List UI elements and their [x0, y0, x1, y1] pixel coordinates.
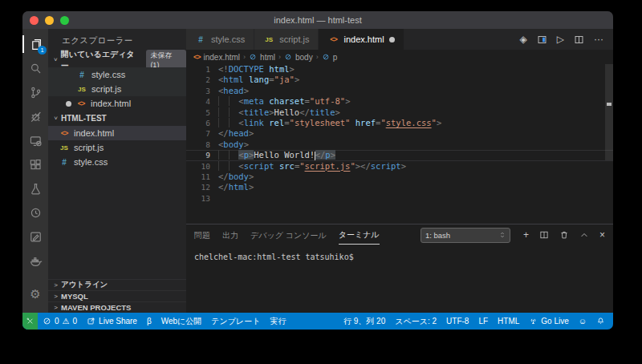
code-line[interactable]: 3<head>: [186, 86, 613, 96]
close-panel-icon[interactable]: ×: [599, 230, 605, 240]
open-editor-item[interactable]: JS script.js: [48, 82, 186, 96]
chevron-right-icon: ›: [278, 53, 281, 61]
indentation-status[interactable]: スペース: 2: [390, 313, 441, 330]
eol-status[interactable]: LF: [473, 313, 493, 330]
run-icon[interactable]: ▷: [557, 34, 564, 44]
settings-gear-icon[interactable]: ⚙: [22, 282, 48, 306]
notifications-bell[interactable]: [591, 313, 610, 330]
open-editor-item[interactable]: <> index.html: [48, 96, 186, 111]
format-document-icon[interactable]: ◈: [520, 34, 527, 44]
live-share-status[interactable]: Live Share: [82, 313, 142, 330]
tab-style-css[interactable]: # style.css: [186, 29, 254, 50]
docker-icon[interactable]: [22, 249, 48, 273]
file-tree-item[interactable]: <> index.html: [48, 126, 186, 140]
code-line[interactable]: 13: [186, 193, 613, 204]
split-editor-icon[interactable]: [574, 34, 584, 45]
folder-header[interactable]: ˅ HTML-TEST: [48, 111, 186, 126]
go-live-button[interactable]: Go Live: [524, 313, 573, 330]
remote-indicator[interactable]: [22, 313, 38, 330]
code-line[interactable]: 6 <link rel="stylesheet" href="style.css…: [186, 118, 613, 128]
kill-terminal-trash-icon[interactable]: [559, 230, 569, 240]
zoom-window-button[interactable]: [60, 16, 69, 25]
code-line[interactable]: 8<body>: [186, 140, 613, 150]
code-token: "stylesheet": [290, 118, 351, 127]
publish-web-button[interactable]: Webに公開: [156, 313, 207, 330]
tools-icon: [26, 317, 35, 326]
split-terminal-icon[interactable]: [539, 230, 549, 240]
feedback-smiley-icon[interactable]: ☺: [574, 313, 591, 330]
beta-status[interactable]: β: [142, 313, 156, 330]
code-line[interactable]: 4 <meta charset="utf-8">: [186, 96, 613, 107]
code-token: Hello World!: [254, 150, 315, 160]
close-window-button[interactable]: [30, 16, 39, 25]
extensions-icon[interactable]: [22, 152, 48, 176]
code-editor[interactable]: 1<!DOCTYPE html>2<html lang="ja">3<head>…: [186, 64, 613, 224]
explorer-sidebar: エクスプローラー ˅ 開いているエディター 未保存 (1) # style.cs…: [48, 29, 186, 313]
remote-explorer-icon[interactable]: [22, 128, 48, 152]
tab-problems[interactable]: 問題: [194, 226, 210, 245]
code-line[interactable]: 5 <title>Hello</title>: [186, 107, 613, 118]
minimize-window-button[interactable]: [45, 16, 54, 25]
terminal[interactable]: chelchel-mac:html-test tatsuhiko$: [186, 245, 613, 313]
search-icon[interactable]: [22, 56, 48, 80]
html-file-icon: <>: [327, 35, 339, 43]
code-line[interactable]: 10 <script src="script.js"></script>: [186, 161, 613, 172]
line-number: 3: [186, 86, 218, 96]
line-number: 4: [186, 96, 218, 107]
template-button[interactable]: テンプレート: [206, 313, 265, 330]
code-text: <html lang="ja">: [218, 75, 299, 85]
tab-script-js[interactable]: JS script.js: [254, 29, 319, 50]
code-token: >: [244, 86, 249, 95]
code-line[interactable]: 1<!DOCTYPE html>: [186, 64, 613, 75]
clock-icon[interactable]: [22, 200, 48, 224]
code-token: DOCTYPE: [229, 64, 264, 74]
indent-guide: [229, 107, 239, 117]
problems-status[interactable]: 0 ⚠ 0: [38, 313, 82, 330]
terminal-select[interactable]: 1: bash: [421, 228, 510, 243]
tab-index-html[interactable]: <> index.html: [319, 29, 404, 50]
mysql-section-header[interactable]: > MYSQL: [48, 290, 186, 301]
code-line[interactable]: 12</html>: [186, 182, 613, 192]
maximize-panel-chevron-icon[interactable]: [579, 230, 589, 240]
eol-label: LF: [478, 317, 488, 326]
source-control-icon[interactable]: [22, 80, 48, 104]
debug-icon[interactable]: [22, 104, 48, 128]
tab-terminal[interactable]: ターミナル: [339, 225, 380, 245]
scrollbar[interactable]: [605, 64, 613, 160]
encoding-status[interactable]: UTF-8: [441, 313, 473, 330]
code-line[interactable]: 11</body>: [186, 172, 613, 182]
chevron-right-icon: >: [51, 281, 61, 289]
file-tree-item[interactable]: # style.css: [48, 155, 186, 169]
breadcrumb-item[interactable]: html: [260, 53, 275, 62]
test-beaker-icon[interactable]: [22, 176, 48, 200]
maven-projects-section-header[interactable]: > MAVEN PROJECTS: [48, 301, 186, 313]
open-editor-item[interactable]: # style.css: [48, 67, 186, 82]
outline-section-header[interactable]: > アウトライン: [48, 279, 186, 290]
css-file-icon: #: [59, 158, 70, 167]
tab-debug-console[interactable]: デバッグ コンソール: [250, 226, 327, 245]
code-text: <!DOCTYPE html>: [218, 64, 295, 75]
code-line[interactable]: 9 <p>Hello World!</p>: [186, 150, 613, 160]
title-bar[interactable]: index.html — html-test: [22, 11, 613, 29]
window-title: index.html — html-test: [22, 15, 613, 25]
more-actions-icon[interactable]: ···: [594, 34, 603, 44]
breadcrumb-item[interactable]: index.html: [204, 53, 241, 62]
tab-output[interactable]: 出力: [222, 226, 238, 245]
new-terminal-plus-icon[interactable]: +: [523, 230, 529, 240]
code-text: <body>: [218, 140, 249, 150]
pen-icon[interactable]: [22, 224, 48, 249]
language-mode-status[interactable]: HTML: [493, 313, 524, 330]
code-token: meta: [244, 96, 264, 106]
code-line[interactable]: 7</head>: [186, 128, 613, 139]
code-token: </: [315, 150, 326, 160]
indent-guide: [229, 150, 239, 160]
explorer-icon[interactable]: 1: [22, 32, 48, 56]
breadcrumb-item[interactable]: body: [295, 53, 313, 62]
code-line[interactable]: 2<html lang="ja">: [186, 75, 613, 85]
breadcrumb-item[interactable]: p: [333, 53, 338, 62]
cursor-position-status[interactable]: 行 9、列 20: [339, 313, 390, 330]
file-tree-item[interactable]: JS script.js: [48, 140, 186, 155]
open-editors-header[interactable]: ˅ 開いているエディター 未保存 (1): [48, 52, 186, 67]
open-preview-icon[interactable]: [537, 34, 547, 45]
run-button[interactable]: 実行: [265, 313, 291, 330]
